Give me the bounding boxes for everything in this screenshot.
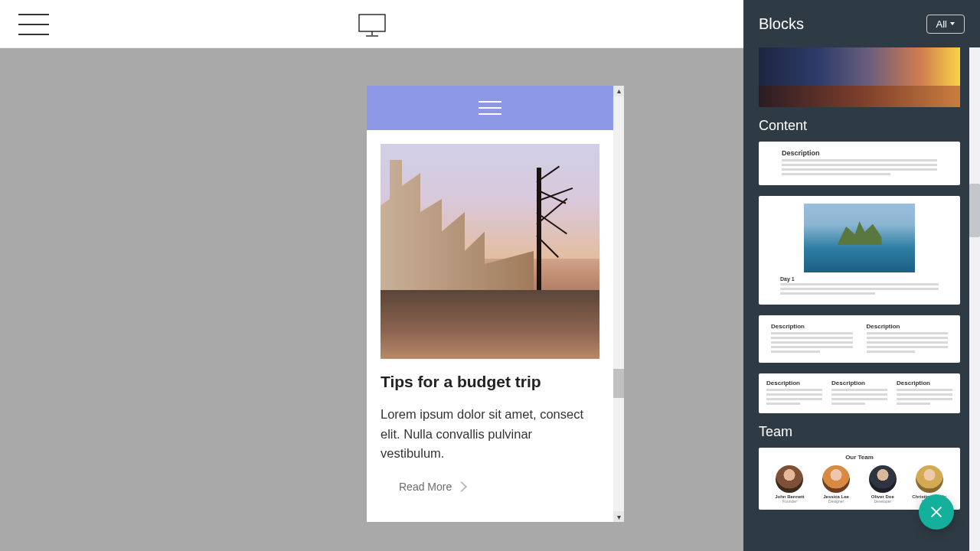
block-hero-image[interactable]	[759, 47, 960, 107]
sidebar-title: Blocks	[759, 15, 804, 33]
block-label: Description	[766, 380, 822, 386]
member-role: Developer	[874, 499, 891, 504]
block-text-two-columns[interactable]: Description Description	[759, 315, 960, 363]
article-title: Tips for a budget trip	[381, 373, 599, 391]
scrollbar-thumb[interactable]	[613, 369, 624, 398]
read-more-link[interactable]: Read More	[381, 481, 599, 493]
site-hamburger-icon[interactable]	[479, 101, 501, 115]
site-navbar[interactable]	[367, 86, 613, 130]
sidebar-scrollbar-thumb[interactable]	[969, 184, 980, 237]
block-label: Description	[867, 323, 949, 330]
sidebar-scrollbar-track[interactable]	[969, 47, 980, 551]
block-label: Day 1	[780, 276, 939, 282]
scroll-up-icon[interactable]: ▴	[613, 86, 624, 96]
avatar	[776, 465, 803, 493]
avatar	[822, 465, 850, 493]
section-header-team: Team	[759, 424, 960, 440]
block-team-title: Our Team	[766, 454, 952, 461]
block-label: Description	[782, 149, 937, 157]
block-label: Description	[897, 380, 952, 386]
app-topbar	[0, 0, 743, 48]
close-icon	[929, 505, 943, 519]
article-card: Tips for a budget trip Lorem ipsum dolor…	[367, 130, 613, 493]
avatar	[916, 465, 943, 493]
section-header-content: Content	[759, 118, 960, 134]
blocks-filter-dropdown[interactable]: All	[926, 15, 965, 34]
close-panel-button[interactable]	[919, 494, 954, 530]
block-thumbnail-image	[804, 204, 915, 272]
svg-rect-0	[359, 15, 385, 31]
blocks-sidebar: Blocks All Content Description Day 1 Des…	[743, 0, 980, 551]
scroll-down-icon[interactable]: ▾	[613, 511, 624, 522]
read-more-label: Read More	[399, 481, 452, 493]
member-role: Founder	[782, 499, 797, 504]
block-text-three-columns[interactable]: Description Description Description	[759, 373, 960, 413]
blocks-filter-label: All	[936, 18, 947, 30]
chevron-down-icon	[950, 22, 955, 25]
editor-canvas: ▴ ▾	[0, 48, 743, 551]
sidebar-scroll-area: Content Description Day 1 Description De…	[759, 47, 960, 543]
team-member: John Bennett Founder	[772, 465, 807, 504]
block-label: Description	[831, 380, 887, 386]
block-label: Description	[771, 323, 853, 330]
mobile-preview-body: Tips for a budget trip Lorem ipsum dolor…	[367, 86, 613, 522]
member-role: Designer	[828, 499, 844, 504]
team-member: Jessica Lee Designer	[818, 465, 854, 504]
article-text: Lorem ipsum dolor sit amet, consect elit…	[381, 405, 599, 464]
team-member: Oliver Doe Developer	[865, 465, 900, 504]
menu-hamburger-icon[interactable]	[18, 14, 49, 35]
block-text-single[interactable]: Description	[759, 142, 960, 185]
avatar	[869, 465, 897, 493]
block-image-text[interactable]: Day 1	[759, 196, 960, 305]
desktop-preview-icon[interactable]	[358, 14, 386, 37]
chevron-right-icon	[456, 481, 467, 492]
article-image	[381, 144, 599, 359]
scrollbar-track[interactable]	[613, 96, 624, 511]
sidebar-header: Blocks All	[743, 0, 980, 47]
mobile-preview-frame: ▴ ▾	[367, 86, 624, 522]
